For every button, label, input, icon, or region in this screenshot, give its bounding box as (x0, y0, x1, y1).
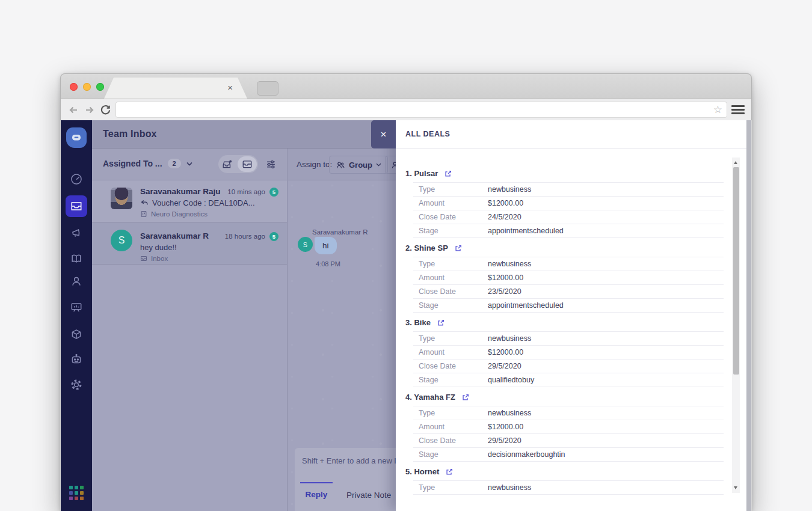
deal-field-row: Stage appointmentscheduled (413, 224, 724, 237)
conversation-time: 18 hours ago (225, 233, 265, 240)
address-bar-container: ☆ (115, 102, 727, 118)
resolved-conversations-toggle[interactable] (238, 156, 257, 172)
deal-field-label: Amount (413, 348, 488, 356)
browser-window: × ☆ (60, 73, 752, 511)
external-link-icon[interactable] (454, 244, 463, 252)
deal-field-label: Amount (413, 423, 488, 431)
reply-arrow-icon (140, 199, 149, 207)
deal-field-row: Close Date 29/5/2020 (413, 359, 724, 373)
scroll-up-arrow[interactable] (734, 161, 737, 164)
inbox-icon[interactable] (66, 195, 87, 217)
browser-toolbar: ☆ (60, 99, 752, 120)
filter-sliders-icon[interactable] (266, 159, 276, 170)
external-link-icon[interactable] (461, 393, 470, 402)
dashboard-icon[interactable] (61, 173, 92, 186)
deal-field-label: Close Date (413, 436, 488, 445)
bots-icon[interactable] (61, 353, 92, 366)
deal-field-row: Amount $12000.00 (413, 271, 724, 284)
open-conversations-toggle[interactable] (222, 159, 233, 170)
settings-gear-icon[interactable] (61, 378, 92, 391)
menu-icon[interactable] (731, 103, 745, 117)
reload-icon[interactable] (100, 104, 111, 115)
browser-tab[interactable]: × (104, 78, 247, 99)
tab-reply[interactable]: Reply (300, 482, 333, 500)
conversation-item[interactable]: S Saravanakumar R 18 hours ago 5 hey dud… (92, 222, 287, 265)
conversation-name: Saravanakumar R (140, 231, 209, 240)
external-link-icon[interactable] (444, 170, 452, 178)
scrollbar-thumb[interactable] (733, 167, 739, 375)
deal-field-value: $12000.00 (488, 423, 523, 431)
forward-icon[interactable] (84, 104, 96, 116)
deal-field-row: Amount $12000.00 (413, 420, 724, 433)
deal-field-row: Close Date 24/5/2020 (413, 210, 724, 224)
deal-field-row: Close Date 23/5/2020 (413, 284, 724, 298)
deals-scrollbar[interactable] (732, 158, 740, 493)
assigned-to-filter[interactable]: Assigned To ... 2 (103, 159, 192, 168)
close-window-button[interactable] (70, 83, 78, 91)
external-link-icon[interactable] (437, 319, 445, 327)
reports-icon[interactable] (61, 301, 92, 314)
deal-field-value: decisionmakerboughtin (488, 450, 565, 459)
deal-field-label: Stage (413, 450, 488, 459)
deal-field-value: newbusiness (488, 483, 531, 492)
deal-field-value: newbusiness (488, 409, 531, 417)
deal-field-row: Amount $12000.00 (413, 196, 724, 210)
browser-page-scrollbar[interactable] (746, 120, 751, 511)
deal-field-label: Type (413, 185, 488, 194)
deal-title: 5. Hornet (405, 467, 439, 476)
minimize-window-button[interactable] (83, 83, 91, 91)
bookmark-star-icon[interactable]: ☆ (713, 103, 722, 116)
close-deals-panel-button[interactable]: × (371, 120, 396, 148)
deal-title: 3. Bike (405, 318, 431, 327)
topic-icon (140, 210, 147, 218)
deal-field-label: Type (413, 483, 488, 492)
conversation-channel: Neuro Diagnostics (140, 210, 208, 218)
filter-count-badge: 2 (168, 159, 181, 168)
tab-private-note[interactable]: Private Note (346, 482, 391, 500)
inbox-view-toggle (218, 155, 258, 173)
deal-field-value: 24/5/2020 (488, 213, 521, 221)
apps-grid-icon[interactable] (69, 486, 84, 500)
deal-field-value: 29/5/2020 (488, 362, 521, 370)
deals-panel-title: ALL DEALS (405, 120, 450, 148)
composer-placeholder[interactable]: Shift + Enter to add a new line (302, 456, 407, 465)
contacts-icon[interactable] (61, 275, 92, 288)
deal-field-value: $12000.00 (488, 199, 523, 207)
deal-field-label: Amount (413, 274, 488, 282)
scroll-down-arrow[interactable] (734, 486, 737, 489)
all-deals-panel: ALL DEALS 1. Pulsar Type (396, 120, 748, 511)
conversation-time: 10 mins ago (227, 188, 265, 195)
deal-field-row: Type newbusiness (413, 331, 724, 345)
deal-field-value: appointmentscheduled (488, 301, 564, 310)
deal-field-label: Stage (413, 227, 488, 235)
integrations-icon[interactable] (61, 328, 92, 341)
avatar: S (111, 230, 132, 251)
message-sender: Saravanakumar R (312, 228, 368, 236)
deal-field-value: qualifiedtobuy (488, 376, 534, 384)
deal-field-row: Type newbusiness (413, 257, 724, 271)
deal-field-row: Stage qualifiedtobuy (413, 373, 724, 387)
tab-close-icon[interactable]: × (227, 82, 233, 93)
address-bar[interactable] (115, 102, 727, 118)
campaigns-icon[interactable] (61, 227, 92, 240)
team-inbox-app: Team Inbox Assigned To ... 2 (61, 120, 751, 511)
app-sidebar (61, 120, 92, 511)
chevron-down-icon (376, 163, 381, 167)
deal-field-value: $12000.00 (488, 274, 523, 282)
faq-book-icon[interactable] (61, 252, 92, 265)
conversation-item[interactable]: Saravanakumar Raju 10 mins ago 5 Voucher… (92, 180, 287, 222)
new-tab-button[interactable] (257, 81, 278, 96)
assign-group-dropdown[interactable]: Group (329, 156, 388, 174)
message-bubble: hi (315, 237, 337, 254)
deal-field-label: Close Date (413, 362, 488, 370)
avatar (111, 188, 132, 209)
maximize-window-button[interactable] (96, 83, 104, 91)
chevron-down-icon (186, 162, 192, 166)
deals-list: 1. Pulsar Type newbusiness (396, 149, 724, 511)
deal-field-row: Type newbusiness (413, 406, 724, 420)
unread-count-badge: 5 (269, 188, 278, 197)
freshchat-logo-icon[interactable] (66, 127, 87, 148)
deal-card: 1. Pulsar Type newbusiness (405, 164, 724, 238)
back-icon[interactable] (67, 104, 79, 116)
external-link-icon[interactable] (445, 468, 454, 476)
